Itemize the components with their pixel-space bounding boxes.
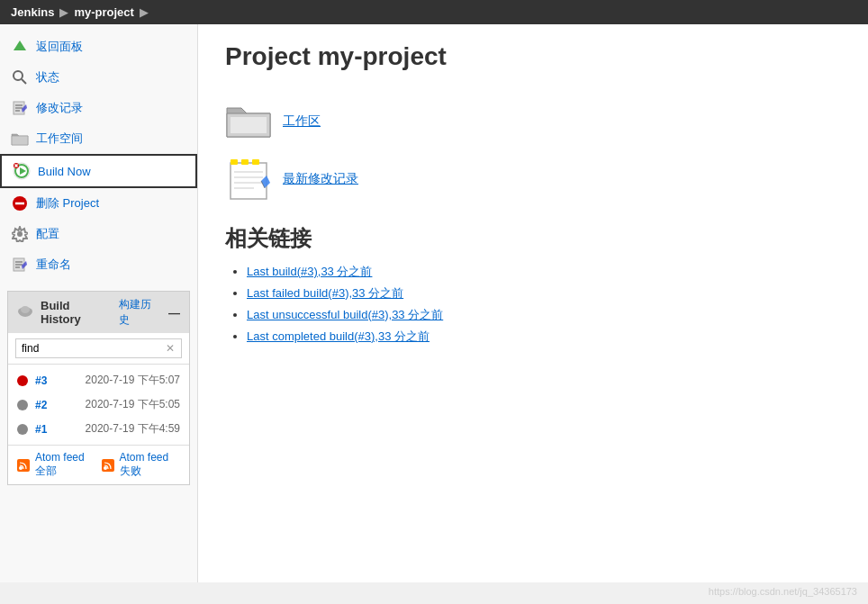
build-1-link[interactable]: #1 [35, 423, 47, 436]
build-history-section: Build History 构建历史 — ✕ #3 2020-7-19 下午5:… [7, 291, 190, 485]
svg-marker-0 [14, 41, 26, 50]
sidebar-item-configure[interactable]: 配置 [0, 219, 197, 249]
sidebar-item-changes[interactable]: 修改记录 [0, 93, 197, 123]
build-search-input[interactable] [15, 338, 182, 358]
changelog-notepad-icon [225, 156, 272, 203]
svg-point-26 [19, 466, 23, 470]
gear-icon [11, 225, 29, 243]
last-completed-build-link[interactable]: Last completed build(#3),33 分之前 [247, 329, 429, 343]
atom-feed-fail-link[interactable]: Atom feed 失败 [120, 451, 181, 479]
build-now-icon [13, 162, 31, 180]
search-icon [11, 68, 29, 86]
sidebar-item-rename[interactable]: 重命名 [0, 249, 197, 280]
atom-feed-fail-icon [102, 459, 114, 472]
folder-icon [11, 130, 29, 148]
changelog-link[interactable]: 最新修改记录 [283, 171, 358, 187]
build-search-bar: ✕ [8, 333, 189, 365]
workspace-link[interactable]: 工作区 [283, 113, 321, 130]
build-status-grey-dot-2 [17, 400, 28, 410]
atom-feed-bar: Atom feed 全部 Atom feed 失败 [8, 445, 189, 484]
delete-icon [11, 194, 29, 212]
build-list: #3 2020-7-19 下午5:07 #2 2020-7-19 下午5:05 … [8, 365, 189, 445]
project-breadcrumb[interactable]: my-project [74, 5, 133, 19]
build-item-3[interactable]: #3 2020-7-19 下午5:07 [8, 368, 189, 392]
sidebar-item-workspace[interactable]: 工作空间 [0, 123, 197, 154]
last-build-link[interactable]: Last build(#3),33 分之前 [247, 265, 372, 278]
svg-rect-29 [231, 159, 238, 165]
svg-rect-31 [252, 159, 259, 165]
atom-feed-all-icon [17, 459, 30, 472]
list-item: Last completed build(#3),33 分之前 [247, 329, 841, 345]
related-links-section: 相关链接 Last build(#3),33 分之前 Last failed b… [225, 224, 841, 345]
build-3-link[interactable]: #3 [35, 374, 47, 387]
page-title: Project my-project [225, 42, 841, 71]
breadcrumb: Jenkins ▶ my-project ▶ [0, 0, 868, 24]
back-label: 返回面板 [36, 39, 83, 55]
edit-icon [11, 99, 29, 117]
build-status-grey-dot-1 [17, 424, 28, 435]
rename-label: 重命名 [36, 257, 71, 273]
workspace-folder-icon [225, 98, 272, 145]
related-section-title: 相关链接 [225, 224, 841, 253]
list-item: Last failed build(#3),33 分之前 [247, 285, 841, 302]
sidebar-item-back[interactable]: 返回面板 [0, 32, 197, 62]
rename-icon [11, 256, 29, 274]
build-history-cn-link[interactable]: 构建历史 [119, 297, 161, 328]
list-item: Last build(#3),33 分之前 [247, 264, 841, 280]
main-links: 工作区 [225, 98, 841, 203]
sidebar: 返回面板 状态 修改记录 [0, 24, 198, 582]
configure-label: 配置 [36, 226, 59, 242]
build-now-label: Build Now [38, 165, 91, 178]
list-item: Last unsuccessful build(#3),33 分之前 [247, 307, 841, 323]
cloud-icon [17, 304, 33, 320]
related-links-list: Last build(#3),33 分之前 Last failed build(… [225, 264, 841, 345]
changes-label: 修改记录 [36, 100, 83, 116]
build-history-header: Build History 构建历史 — [8, 292, 189, 333]
atom-feed-all-link[interactable]: Atom feed 全部 [35, 451, 96, 479]
status-label: 状态 [36, 69, 59, 86]
build-history-title: Build History [41, 299, 112, 326]
build-2-link[interactable]: #2 [35, 399, 47, 411]
sidebar-item-build-now[interactable]: Build Now [0, 154, 197, 188]
sidebar-item-status[interactable]: 状态 [0, 62, 197, 93]
svg-line-2 [22, 79, 26, 84]
workspace-link-item[interactable]: 工作区 [225, 98, 841, 145]
up-arrow-icon [11, 38, 29, 56]
jenkins-home-link[interactable]: Jenkins [11, 5, 54, 19]
build-1-time: 2020-7-19 下午4:59 [86, 421, 180, 437]
svg-rect-30 [241, 159, 249, 165]
main-content: Project my-project 工作区 [198, 24, 868, 582]
svg-point-16 [17, 231, 23, 237]
build-2-time: 2020-7-19 下午5:05 [86, 397, 180, 412]
build-history-minus[interactable]: — [168, 306, 180, 320]
build-status-failed-dot [17, 375, 28, 386]
build-3-time: 2020-7-19 下午5:07 [86, 373, 180, 388]
delete-label: 删除 Project [36, 195, 99, 212]
svg-point-25 [21, 306, 30, 313]
main-layout: 返回面板 状态 修改记录 [0, 24, 868, 582]
last-unsuccessful-build-link[interactable]: Last unsuccessful build(#3),33 分之前 [247, 308, 443, 321]
breadcrumb-arrow2: ▶ [140, 5, 149, 19]
build-item-2[interactable]: #2 2020-7-19 下午5:05 [8, 392, 189, 417]
svg-point-1 [14, 71, 23, 80]
sidebar-item-delete[interactable]: 删除 Project [0, 188, 197, 219]
search-clear-icon[interactable]: ✕ [166, 342, 175, 355]
workspace-label: 工作空间 [36, 131, 83, 147]
breadcrumb-arrow1: ▶ [59, 5, 68, 19]
build-item-1[interactable]: #1 2020-7-19 下午4:59 [8, 417, 189, 441]
last-failed-build-link[interactable]: Last failed build(#3),33 分之前 [247, 286, 403, 300]
svg-point-27 [104, 466, 107, 470]
changelog-link-item[interactable]: 最新修改记录 [225, 156, 841, 203]
